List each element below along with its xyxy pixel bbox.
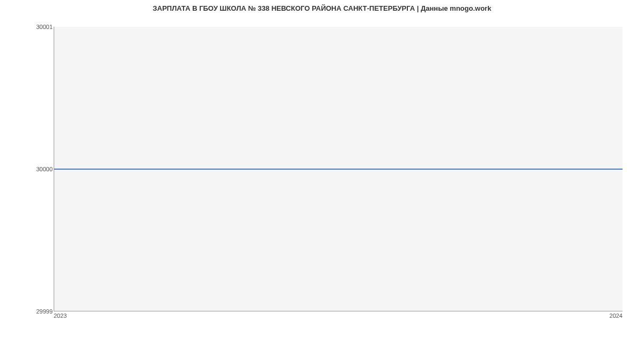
x-tick-label: 2023 [54,312,67,319]
y-tick-label: 30000 [36,166,53,172]
plot-area [54,27,623,311]
y-tick-label: 30001 [36,24,53,30]
y-tick-label: 29999 [36,308,53,315]
x-tick-label: 2024 [610,312,623,319]
chart-title: ЗАРПЛАТА В ГБОУ ШКОЛА № 338 НЕВСКОГО РАЙ… [0,0,644,14]
chart-container: 30001 30000 29999 2023 2024 [32,16,628,322]
data-line [54,169,623,170]
